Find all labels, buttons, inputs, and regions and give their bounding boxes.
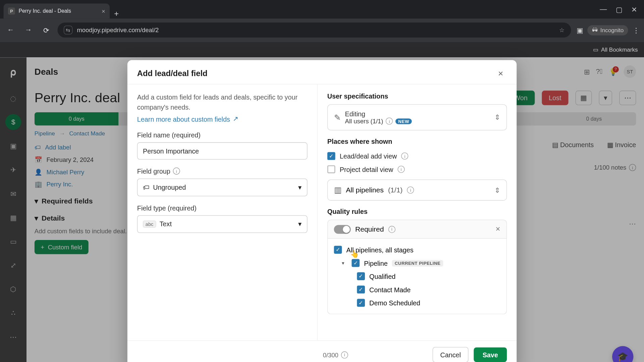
field-group-value: Ungrouped bbox=[153, 183, 186, 191]
place-project-checkbox[interactable] bbox=[327, 165, 335, 173]
incognito-label: Incognito bbox=[600, 27, 624, 34]
places-heading: Places where shown bbox=[327, 137, 507, 145]
add-field-modal: Add lead/deal field × Add a custom field… bbox=[127, 60, 517, 362]
modal-overlay: Add lead/deal field × Add a custom field… bbox=[0, 57, 644, 362]
site-info-icon[interactable]: ⇆ bbox=[64, 25, 72, 34]
modal-intro: Add a custom field for leads and deals, … bbox=[137, 93, 308, 112]
user-spec-heading: User specifications bbox=[327, 93, 507, 100]
pencil-icon bbox=[334, 113, 341, 122]
all-bookmarks-link[interactable]: All Bookmarks bbox=[601, 46, 638, 53]
current-pipeline-badge: CURRENT PIPELINE bbox=[392, 260, 443, 266]
field-group-select[interactable]: 🏷Ungrouped ▾ bbox=[137, 178, 308, 196]
field-group-label-text: Field group bbox=[137, 167, 170, 175]
learn-more-link[interactable]: Learn more about custom fields ↗ bbox=[137, 115, 238, 123]
char-count: 0/300 i bbox=[137, 351, 348, 358]
required-remove-button[interactable]: × bbox=[496, 225, 500, 234]
toggle-knob bbox=[343, 226, 350, 233]
place-lead-checkbox[interactable]: ✓ bbox=[327, 152, 335, 160]
minimize-icon[interactable]: — bbox=[600, 5, 607, 13]
incognito-icon: 🕶 bbox=[592, 27, 598, 34]
editing-users-text: All users (1/1) bbox=[345, 118, 383, 125]
text-type-icon: abc bbox=[143, 220, 156, 227]
place-lead-info-icon[interactable]: i bbox=[401, 153, 408, 160]
new-tab-button[interactable]: + bbox=[110, 9, 123, 19]
close-window-icon[interactable]: ✕ bbox=[631, 5, 637, 13]
bookmarks-bar: ▭ All Bookmarks bbox=[0, 42, 644, 57]
stage-demo-checkbox[interactable]: ✓ bbox=[357, 299, 365, 307]
char-count-info-icon[interactable]: i bbox=[341, 351, 348, 358]
pipelines-label: All pipelines bbox=[346, 186, 384, 194]
url-field[interactable]: ⇆ moodjoy.pipedrive.com/deal/2 ☆ bbox=[57, 22, 571, 38]
external-link-icon: ↗ bbox=[233, 115, 238, 123]
stage-contactmade-checkbox[interactable]: ✓ bbox=[357, 286, 365, 294]
pipelines-info-icon[interactable]: i bbox=[407, 186, 414, 193]
modal-body: Add a custom field for leads and deals, … bbox=[127, 84, 517, 341]
pipeline-tree: ✓ All pipelines, all stages ▾ ✓ Pipeline… bbox=[327, 239, 507, 314]
field-name-label: Field name (required) bbox=[137, 131, 308, 138]
required-info-icon[interactable]: i bbox=[388, 226, 395, 233]
field-group-info-icon[interactable]: i bbox=[173, 168, 180, 175]
editing-info-icon[interactable]: i bbox=[386, 118, 393, 125]
required-toggle[interactable] bbox=[334, 225, 351, 234]
new-badge: NEW bbox=[395, 118, 412, 124]
url-text: moodjoy.pipedrive.com/deal/2 bbox=[77, 26, 159, 34]
place-project-label: Project detail view bbox=[340, 166, 393, 173]
field-type-select[interactable]: abc Text ▾ bbox=[137, 215, 308, 233]
address-bar: ← → ⟳ ⇆ moodjoy.pipedrive.com/deal/2 ☆ ▣… bbox=[0, 18, 644, 42]
pipeline-row: ▾ ✓ Pipeline CURRENT PIPELINE bbox=[334, 256, 500, 270]
browser-chrome: P Perry Inc. deal - Deals × + — ▢ ✕ ← → … bbox=[0, 0, 644, 42]
pipeline-caret-icon[interactable]: ▾ bbox=[342, 260, 347, 266]
pipeline-label: Pipeline bbox=[364, 259, 387, 266]
chevron-down-icon: ▾ bbox=[298, 220, 302, 228]
learn-more-text: Learn more about custom fields bbox=[137, 115, 230, 123]
browser-tab[interactable]: P Perry Inc. deal - Deals × bbox=[4, 4, 110, 19]
pipelines-card[interactable]: All pipelines (1/1) i ⇕ bbox=[327, 179, 507, 200]
tab-favicon: P bbox=[8, 7, 15, 14]
forward-button[interactable]: → bbox=[22, 24, 35, 36]
pipelines-icon bbox=[334, 185, 341, 195]
place-project-row: Project detail view i bbox=[327, 163, 507, 176]
all-pipelines-checkbox[interactable]: ✓ bbox=[334, 246, 342, 254]
bookmark-star-icon[interactable]: ☆ bbox=[559, 26, 565, 34]
stage-contactmade-label: Contact Made bbox=[369, 286, 411, 293]
modal-footer: 0/300 i Cancel Save bbox=[127, 340, 517, 362]
stage-contactmade-row: ✓ Contact Made bbox=[334, 283, 500, 296]
editing-label: Editing bbox=[345, 110, 412, 117]
modal-title: Add lead/deal field bbox=[137, 69, 208, 78]
extensions-icon[interactable]: ▣ bbox=[577, 26, 583, 34]
stage-qualified-checkbox[interactable]: ✓ bbox=[357, 272, 365, 280]
place-lead-label: Lead/deal add view bbox=[340, 152, 397, 160]
quality-heading: Quality rules bbox=[327, 208, 507, 215]
expand-icon: ⇕ bbox=[494, 113, 500, 122]
save-button[interactable]: Save bbox=[474, 347, 507, 362]
tab-title: Perry Inc. deal - Deals bbox=[18, 8, 98, 14]
incognito-badge[interactable]: 🕶 Incognito bbox=[588, 25, 628, 35]
cancel-button[interactable]: Cancel bbox=[433, 347, 468, 362]
tab-close-icon[interactable]: × bbox=[102, 7, 105, 14]
maximize-icon[interactable]: ▢ bbox=[616, 5, 623, 13]
chrome-menu-icon[interactable]: ⋮ bbox=[633, 26, 640, 34]
folder-icon: ▭ bbox=[593, 46, 598, 53]
required-toggle-row: Required i × bbox=[327, 220, 507, 239]
back-button[interactable]: ← bbox=[4, 24, 17, 36]
char-count-text: 0/300 bbox=[323, 351, 338, 358]
field-name-input[interactable] bbox=[137, 142, 308, 159]
stage-demo-row: ✓ Demo Scheduled bbox=[334, 296, 500, 310]
pipelines-count: (1/1) bbox=[388, 186, 402, 194]
chevron-down-icon: ▾ bbox=[298, 183, 302, 191]
expand-icon: ⇕ bbox=[494, 186, 500, 194]
modal-right-column: User specifications Editing All users (1… bbox=[318, 84, 517, 341]
pipeline-checkbox[interactable]: ✓ bbox=[352, 259, 360, 267]
tab-strip: P Perry Inc. deal - Deals × + — ▢ ✕ bbox=[0, 0, 644, 18]
all-pipelines-label: All pipelines, all stages bbox=[346, 246, 414, 253]
editing-users-card[interactable]: Editing All users (1/1) i NEW ⇕ bbox=[327, 104, 507, 130]
all-pipelines-row: ✓ All pipelines, all stages bbox=[334, 243, 500, 256]
stage-demo-label: Demo Scheduled bbox=[369, 299, 420, 306]
field-group-label: Field group i bbox=[137, 167, 308, 175]
reload-button[interactable]: ⟳ bbox=[40, 24, 52, 36]
stage-qualified-row: ✓ Qualified bbox=[334, 269, 500, 283]
modal-close-button[interactable]: × bbox=[494, 67, 507, 79]
place-project-info-icon[interactable]: i bbox=[397, 166, 405, 173]
modal-left-column: Add a custom field for leads and deals, … bbox=[127, 84, 318, 341]
modal-header: Add lead/deal field × bbox=[127, 60, 517, 84]
